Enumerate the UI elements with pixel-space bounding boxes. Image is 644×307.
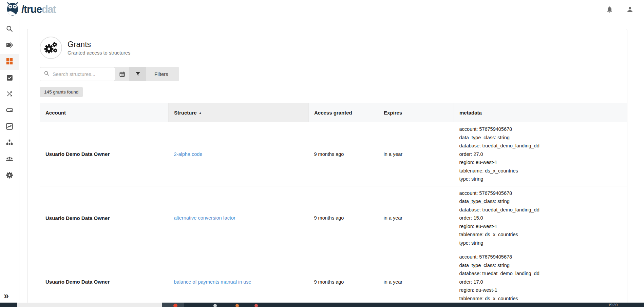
taskbar-app-icon[interactable] xyxy=(254,304,258,307)
notifications-bell-icon[interactable] xyxy=(605,5,613,14)
sidebar-item-lineage[interactable] xyxy=(0,86,19,103)
column-header-structure[interactable]: Structure▲ xyxy=(169,103,309,122)
tags-icon xyxy=(6,41,13,50)
truedat-logo[interactable]: /truedat xyxy=(6,2,56,17)
metadata-cell: account: 576759405678 data_type_class: s… xyxy=(454,122,627,186)
metadata-cell: account: 576759405678 data_type_class: s… xyxy=(454,250,627,307)
taskbar-app-icon[interactable] xyxy=(173,304,177,307)
column-header-account[interactable]: Account xyxy=(40,103,169,122)
access-granted-cell: 9 months ago xyxy=(309,250,378,307)
grants-card: Grants Granted access to structures F xyxy=(27,29,627,307)
sidebar-item-settings[interactable] xyxy=(0,168,19,184)
sort-asc-icon: ▲ xyxy=(199,111,202,115)
access-granted-cell: 9 months ago xyxy=(309,122,378,186)
user-avatar-icon[interactable] xyxy=(626,5,634,14)
chart-line-icon xyxy=(6,123,13,131)
column-header-expires[interactable]: Expires xyxy=(378,103,454,122)
settings-gear-icon xyxy=(6,171,13,180)
structure-link[interactable]: balance of payments manual in use xyxy=(174,279,251,285)
expires-cell: in a year xyxy=(378,186,454,250)
sidebar-item-taxonomy[interactable] xyxy=(0,135,19,151)
table-row: Usuario Demo Data Owner 2-alpha code 9 m… xyxy=(40,122,627,186)
logo-wordmark: /truedat xyxy=(21,3,56,16)
taskbar-clock: 15:39 xyxy=(608,303,618,307)
sidebar-item-sources[interactable] xyxy=(0,103,19,119)
calendar-filter-button[interactable] xyxy=(115,67,129,81)
account-cell: Usuario Demo Data Owner xyxy=(40,186,169,250)
search-toolbar: Filters xyxy=(40,67,179,81)
sidebar-item-search[interactable] xyxy=(0,21,19,38)
shuffle-icon xyxy=(6,90,13,99)
main-content: Grants Granted access to structures F xyxy=(19,19,644,307)
grants-count-badge: 145 grants found xyxy=(40,87,83,97)
user-groups-icon xyxy=(5,155,14,164)
column-header-access-granted[interactable]: Access granted xyxy=(309,103,378,122)
metadata-cell: account: 576759405678 data_type_class: s… xyxy=(454,186,627,250)
sitemap-icon xyxy=(6,139,13,148)
check-square-icon xyxy=(6,74,13,83)
structure-link[interactable]: 2-alpha code xyxy=(174,151,203,157)
search-icon xyxy=(6,25,13,34)
structure-link[interactable]: alternative conversion factor xyxy=(174,215,235,221)
os-taskbar: 15:39 xyxy=(0,303,644,307)
account-cell: Usuario Demo Data Owner xyxy=(40,122,169,186)
search-icon xyxy=(44,70,50,78)
sidebar-item-structures[interactable] xyxy=(0,54,19,70)
sidebar-item-quality[interactable] xyxy=(0,70,19,86)
table-header-row: Account Structure▲ Access granted Expire… xyxy=(40,103,627,122)
sidebar-item-dashboards[interactable] xyxy=(0,119,19,135)
grants-table: Account Structure▲ Access granted Expire… xyxy=(40,103,627,307)
access-granted-cell: 9 months ago xyxy=(309,186,378,250)
grants-gears-icon xyxy=(40,37,62,59)
table-row: Usuario Demo Data Owner alternative conv… xyxy=(40,186,627,250)
taskbar-app-icon[interactable] xyxy=(213,304,217,307)
expires-cell: in a year xyxy=(378,122,454,186)
search-box xyxy=(40,67,115,81)
sidebar-expand-button[interactable]: » xyxy=(4,292,8,299)
search-input[interactable] xyxy=(53,71,111,77)
filter-funnel-button[interactable] xyxy=(129,67,146,81)
sidebar-item-permissions[interactable] xyxy=(0,151,19,168)
sidebar-item-tags[interactable] xyxy=(0,38,19,54)
top-navbar: /truedat xyxy=(0,0,644,19)
storage-drive-icon xyxy=(6,106,14,115)
taskbar-app-icon[interactable] xyxy=(235,304,239,307)
owl-logo-icon xyxy=(6,2,19,17)
page-subtitle: Granted access to structures xyxy=(68,50,130,56)
filters-button[interactable]: Filters xyxy=(146,67,179,81)
taskbar-active-app[interactable] xyxy=(162,303,184,307)
left-sidebar: » xyxy=(0,19,19,303)
account-cell: Usuario Demo Data Owner xyxy=(40,250,169,307)
page-title: Grants xyxy=(68,40,130,49)
table-row: Usuario Demo Data Owner balance of payme… xyxy=(40,250,627,307)
column-header-metadata[interactable]: metadata xyxy=(454,103,627,122)
expires-cell: in a year xyxy=(378,250,454,307)
grid-icon xyxy=(6,58,13,66)
taskbar-window-strip[interactable] xyxy=(17,303,162,307)
